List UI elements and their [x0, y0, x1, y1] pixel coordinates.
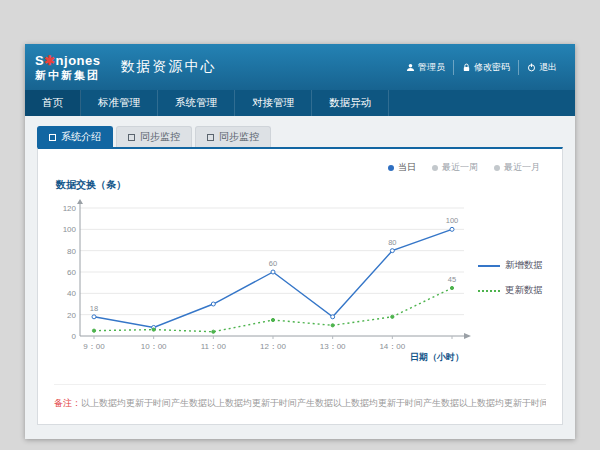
logo-wordmark: S✱njones [35, 54, 100, 67]
tab-sync-monitor-2[interactable]: 同步监控 [195, 126, 271, 147]
svg-text:20: 20 [67, 311, 76, 320]
footnote-text: 以上数据均更新于时间产生数据以上数据均更新于时间产生数据以上数据均更新于时间产生… [81, 398, 546, 408]
user-icon [406, 63, 415, 72]
chart-panel: 当日 最近一周 最近一月 数据交换（条） 0204060801001209：00… [37, 147, 563, 425]
svg-text:0: 0 [72, 332, 77, 341]
svg-text:45: 45 [448, 275, 456, 284]
time-filter-row: 当日 最近一周 最近一月 [54, 159, 546, 174]
brand-logo: S✱njones 新中新集团 [35, 54, 100, 81]
change-password-label: 修改密码 [474, 61, 510, 74]
svg-text:80: 80 [388, 238, 396, 247]
svg-text:12：00: 12：00 [260, 342, 286, 351]
svg-text:日期（小时）: 日期（小时） [410, 352, 464, 362]
svg-text:100: 100 [63, 225, 77, 234]
tab-sync-monitor-1[interactable]: 同步监控 [116, 126, 192, 147]
change-password-button[interactable]: 修改密码 [453, 60, 518, 75]
grid-icon [49, 134, 56, 141]
filter-today[interactable]: 当日 [388, 161, 416, 174]
dot-icon [388, 165, 394, 171]
legend-line-sample [478, 290, 500, 292]
svg-text:120: 120 [63, 204, 77, 213]
main-nav: 首页 标准管理 系统管理 对接管理 数据异动 [25, 90, 575, 116]
header-actions: 管理员 修改密码 退出 [398, 60, 565, 75]
admin-user-button[interactable]: 管理员 [398, 60, 453, 75]
chart-legend: 新增数据 更新数据 [478, 259, 543, 297]
grid-icon [128, 134, 135, 141]
filter-last-week[interactable]: 最近一周 [432, 161, 478, 174]
chart-row: 0204060801001209：0010：0011：0012：0013：001… [54, 194, 546, 362]
svg-text:60: 60 [269, 259, 277, 268]
svg-text:100: 100 [446, 216, 459, 225]
nav-item-data-change[interactable]: 数据异动 [312, 90, 389, 116]
svg-text:40: 40 [67, 289, 76, 298]
logout-label: 退出 [539, 61, 557, 74]
svg-text:80: 80 [67, 247, 76, 256]
nav-item-system-mgmt[interactable]: 系统管理 [158, 90, 235, 116]
tab-label: 系统介绍 [61, 130, 101, 144]
filter-label: 最近一月 [504, 161, 540, 174]
nav-item-standard-mgmt[interactable]: 标准管理 [81, 90, 158, 116]
filter-label: 当日 [398, 161, 416, 174]
legend-label: 更新数据 [505, 284, 543, 297]
legend-item-new-data[interactable]: 新增数据 [478, 259, 543, 272]
dot-icon [494, 165, 500, 171]
svg-text:10：00: 10：00 [141, 342, 167, 351]
content-area: 系统介绍 同步监控 同步监控 当日 最近一周 [25, 116, 575, 439]
tab-system-intro[interactable]: 系统介绍 [37, 126, 113, 147]
tab-label: 同步监控 [219, 130, 259, 144]
svg-text:13：00: 13：00 [320, 342, 346, 351]
page-title: 数据资源中心 [120, 58, 216, 76]
svg-text:9：00: 9：00 [83, 342, 105, 351]
svg-text:11：00: 11：00 [201, 342, 227, 351]
svg-text:60: 60 [67, 268, 76, 277]
lock-icon [462, 63, 471, 72]
power-icon [527, 63, 536, 72]
logout-button[interactable]: 退出 [518, 60, 565, 75]
logo-star-icon: ✱ [44, 53, 55, 68]
legend-label: 新增数据 [505, 259, 543, 272]
dot-icon [432, 165, 438, 171]
app-window: S✱njones 新中新集团 数据资源中心 管理员 修改密码 退出 首页 标准管… [25, 44, 575, 439]
tab-label: 同步监控 [140, 130, 180, 144]
top-bar: S✱njones 新中新集团 数据资源中心 管理员 修改密码 退出 [25, 44, 575, 90]
footnote: 备注：以上数据均更新于时间产生数据以上数据均更新于时间产生数据以上数据均更新于时… [54, 384, 546, 410]
legend-item-updated-data[interactable]: 更新数据 [478, 284, 543, 297]
footnote-prefix: 备注： [54, 398, 81, 408]
tab-bar: 系统介绍 同步监控 同步监控 [37, 126, 563, 147]
legend-line-sample [478, 265, 500, 267]
filter-last-month[interactable]: 最近一月 [494, 161, 540, 174]
chart-y-axis-title: 数据交换（条） [56, 178, 546, 192]
grid-icon [207, 134, 214, 141]
svg-text:18: 18 [90, 304, 98, 313]
line-chart: 0204060801001209：0010：0011：0012：0013：001… [54, 194, 474, 362]
nav-item-home[interactable]: 首页 [25, 90, 81, 116]
logo-company-name: 新中新集团 [35, 70, 100, 81]
svg-text:14：00: 14：00 [379, 342, 405, 351]
nav-item-connection-mgmt[interactable]: 对接管理 [235, 90, 312, 116]
admin-user-label: 管理员 [418, 61, 445, 74]
filter-label: 最近一周 [442, 161, 478, 174]
